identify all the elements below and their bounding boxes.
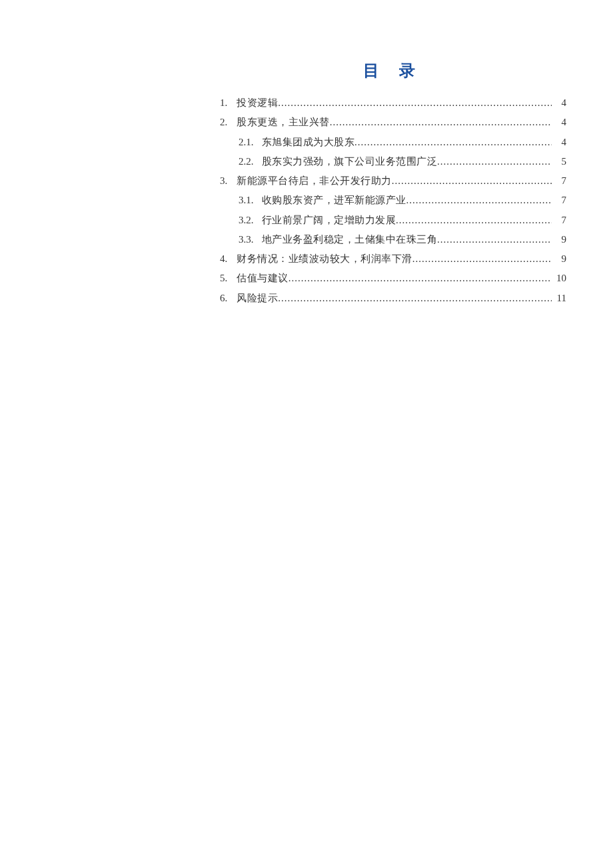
toc-number: 6. <box>220 289 227 308</box>
toc-label: 财务情况：业绩波动较大，利润率下滑 <box>237 249 412 269</box>
toc-number: 5. <box>220 269 227 288</box>
toc-label: 收购股东资产，进军新能源产业 <box>262 191 406 210</box>
toc-label: 股东更迭，主业兴替 <box>237 113 330 132</box>
toc-label: 估值与建议 <box>237 269 289 288</box>
toc-page-number: 11 <box>552 289 566 308</box>
toc-number: 1. <box>220 93 227 113</box>
toc-leader-dots <box>412 249 552 269</box>
toc-label: 股东实力强劲，旗下公司业务范围广泛 <box>262 152 438 171</box>
toc-entry[interactable]: 3.2.行业前景广阔，定增助力发展7 <box>220 211 566 230</box>
toc-leader-dots <box>354 133 552 152</box>
toc-entry[interactable]: 3.1.收购股东资产，进军新能源产业7 <box>220 191 566 210</box>
toc-label: 地产业务盈利稳定，土储集中在珠三角 <box>262 230 438 249</box>
toc-number: 3.2. <box>239 211 254 230</box>
toc-label: 新能源平台待启，非公开发行助力 <box>237 171 392 191</box>
toc-number: 2. <box>220 113 227 132</box>
toc-leader-dots <box>278 93 552 113</box>
toc-page-number: 4 <box>552 113 566 132</box>
toc-page-number: 7 <box>552 191 566 210</box>
toc-page-number: 7 <box>552 171 566 191</box>
toc-page-number: 9 <box>552 230 566 249</box>
toc-page-number: 4 <box>552 133 566 152</box>
toc-leader-dots <box>392 171 552 191</box>
page-title: 目 录 <box>220 60 566 81</box>
toc-entry[interactable]: 3.3.地产业务盈利稳定，土储集中在珠三角9 <box>220 230 566 249</box>
toc-leader-dots <box>437 152 552 171</box>
toc-number: 3. <box>220 171 227 191</box>
toc-list: 1.投资逻辑42.股东更迭，主业兴替42.1.东旭集团成为大股东42.2.股东实… <box>220 93 566 308</box>
toc-entry[interactable]: 2.股东更迭，主业兴替4 <box>220 113 566 132</box>
toc-leader-dots <box>289 269 552 288</box>
toc-number: 4. <box>220 249 227 269</box>
toc-entry[interactable]: 5.估值与建议10 <box>220 269 566 288</box>
toc-label: 东旭集团成为大股东 <box>262 133 355 152</box>
toc-page-number: 10 <box>552 269 566 288</box>
toc-leader-dots <box>437 230 552 249</box>
toc-label: 行业前景广阔，定增助力发展 <box>262 211 396 230</box>
toc-entry[interactable]: 1.投资逻辑4 <box>220 93 566 113</box>
toc-number: 2.2. <box>239 152 254 171</box>
toc-label: 投资逻辑 <box>237 93 278 113</box>
toc-number: 2.1. <box>239 133 254 152</box>
toc-leader-dots <box>330 113 552 132</box>
toc-container: 目 录 1.投资逻辑42.股东更迭，主业兴替42.1.东旭集团成为大股东42.2… <box>220 60 566 308</box>
toc-entry[interactable]: 3.新能源平台待启，非公开发行助力7 <box>220 171 566 191</box>
toc-page-number: 4 <box>552 93 566 113</box>
toc-page-number: 9 <box>552 249 566 269</box>
toc-page-number: 7 <box>552 211 566 230</box>
toc-number: 3.3. <box>239 230 254 249</box>
toc-number: 3.1. <box>239 191 254 210</box>
toc-entry[interactable]: 2.1.东旭集团成为大股东4 <box>220 133 566 152</box>
toc-entry[interactable]: 6.风险提示11 <box>220 289 566 308</box>
toc-leader-dots <box>278 289 552 308</box>
toc-label: 风险提示 <box>237 289 278 308</box>
toc-entry[interactable]: 4.财务情况：业绩波动较大，利润率下滑9 <box>220 249 566 269</box>
toc-leader-dots <box>396 211 552 230</box>
toc-page-number: 5 <box>552 152 566 171</box>
toc-leader-dots <box>406 191 552 210</box>
toc-entry[interactable]: 2.2.股东实力强劲，旗下公司业务范围广泛5 <box>220 152 566 171</box>
